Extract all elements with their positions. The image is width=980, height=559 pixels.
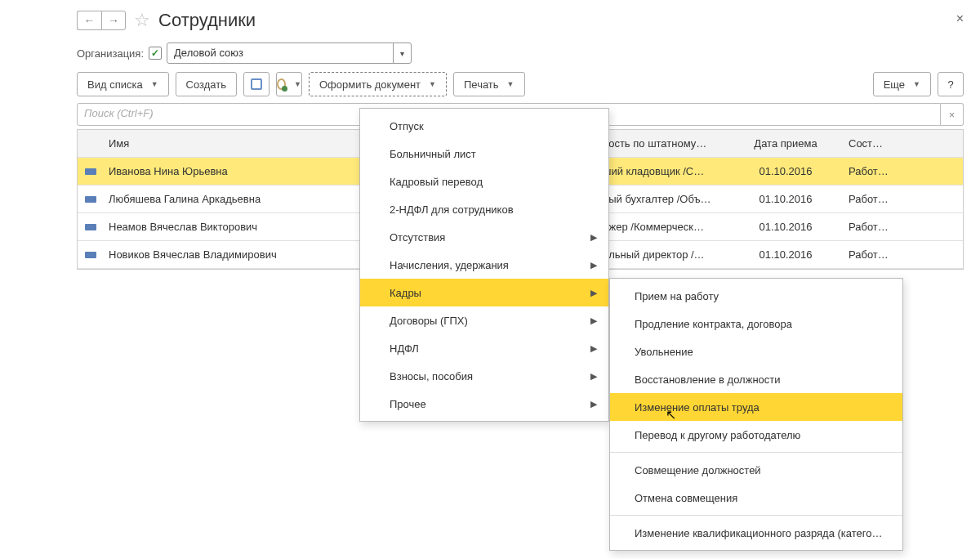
submenu-item[interactable]: Продление контракта, договора xyxy=(610,310,902,338)
list-icon xyxy=(251,78,262,90)
menu-separator xyxy=(610,452,902,453)
create-document-label: Оформить документ xyxy=(319,78,421,91)
page-title: Сотрудники xyxy=(158,10,256,31)
nav-forward-button[interactable]: → xyxy=(101,11,126,30)
menu-item[interactable]: НДФЛ▶ xyxy=(360,334,608,362)
filter-org-checkbox[interactable]: ✓ xyxy=(149,47,162,60)
menu-item[interactable]: Начисления, удержания▶ xyxy=(360,251,608,279)
menu-item[interactable]: Отпуск xyxy=(360,112,608,140)
submenu-arrow-icon: ▶ xyxy=(590,232,597,243)
print-button[interactable]: Печать▼ xyxy=(453,72,525,96)
gear-plus-icon xyxy=(277,78,286,90)
submenu-item[interactable]: Изменение оплаты труда xyxy=(610,393,902,421)
create-label: Создать xyxy=(186,78,226,91)
more-label: Еще xyxy=(884,78,905,91)
menu-separator xyxy=(610,515,902,516)
list-icon-button[interactable] xyxy=(243,72,270,96)
filter-org-label: Организация: xyxy=(77,47,144,60)
submenu-item[interactable]: Изменение квалификационного разряда (кат… xyxy=(610,519,902,547)
favorite-star-icon[interactable]: ☆ xyxy=(134,10,150,31)
cell-date: 01.10.2016 xyxy=(733,248,839,261)
row-status-icon xyxy=(85,168,96,175)
row-status-icon xyxy=(85,196,96,203)
menu-item[interactable]: Кадры▶ xyxy=(360,279,608,306)
submenu-item[interactable]: Перевод к другому работодателю xyxy=(610,421,902,449)
row-status-icon xyxy=(85,224,96,230)
view-list-label: Вид списка xyxy=(87,78,143,91)
cell-status: Работ… xyxy=(839,221,963,233)
settings-icon-button[interactable]: ▼ xyxy=(276,72,302,96)
cell-status: Работ… xyxy=(839,193,963,205)
close-icon[interactable]: × xyxy=(956,11,964,26)
menu-item[interactable]: Договоры (ГПХ)▶ xyxy=(360,306,608,334)
submenu-item[interactable]: Совмещение должностей xyxy=(610,456,902,484)
row-status-icon xyxy=(85,252,96,258)
kadry-submenu: Прием на работуПродление контракта, дого… xyxy=(609,278,903,551)
submenu-arrow-icon: ▶ xyxy=(590,343,597,354)
view-list-button[interactable]: Вид списка▼ xyxy=(77,72,169,96)
col-status[interactable]: Сост… xyxy=(839,137,963,150)
submenu-arrow-icon: ▶ xyxy=(590,399,597,409)
filter-org-value: Деловой союз xyxy=(167,43,393,63)
cell-date: 01.10.2016 xyxy=(733,193,839,205)
menu-item[interactable]: 2-НДФЛ для сотрудников xyxy=(360,195,608,223)
submenu-item[interactable]: Восстановление в должности xyxy=(610,365,902,393)
print-label: Печать xyxy=(464,78,499,91)
cell-status: Работ… xyxy=(839,248,963,261)
submenu-arrow-icon: ▶ xyxy=(590,315,597,326)
col-hire-date[interactable]: Дата приема xyxy=(733,137,839,150)
more-button[interactable]: Еще▼ xyxy=(873,72,931,96)
help-button[interactable]: ? xyxy=(938,72,964,96)
create-button[interactable]: Создать xyxy=(176,72,237,96)
submenu-arrow-icon: ▶ xyxy=(590,371,597,382)
cell-date: 01.10.2016 xyxy=(733,165,839,177)
menu-item[interactable]: Больничный лист xyxy=(360,140,608,168)
cell-status: Работ… xyxy=(839,165,963,177)
submenu-item[interactable]: Отмена совмещения xyxy=(610,484,902,512)
menu-item[interactable]: Кадровый перевод xyxy=(360,168,608,195)
menu-item[interactable]: Взносы, пособия▶ xyxy=(360,362,608,390)
cell-date: 01.10.2016 xyxy=(733,221,839,233)
submenu-item[interactable]: Увольнение xyxy=(610,338,902,365)
submenu-item[interactable]: Прием на работу xyxy=(610,282,902,310)
nav-back-button[interactable]: ← xyxy=(77,11,101,30)
menu-item[interactable]: Прочее▶ xyxy=(360,390,608,418)
filter-org-combo[interactable]: Деловой союз ▾ xyxy=(167,42,412,64)
submenu-arrow-icon: ▶ xyxy=(590,288,597,298)
menu-item[interactable]: Отсутствия▶ xyxy=(360,223,608,251)
create-document-button[interactable]: Оформить документ▼ xyxy=(309,72,447,96)
submenu-arrow-icon: ▶ xyxy=(590,260,597,271)
search-clear-button[interactable]: × xyxy=(941,103,964,126)
chevron-down-icon[interactable]: ▾ xyxy=(393,43,411,63)
document-dropdown: ОтпускБольничный листКадровый перевод2-Н… xyxy=(359,108,609,422)
